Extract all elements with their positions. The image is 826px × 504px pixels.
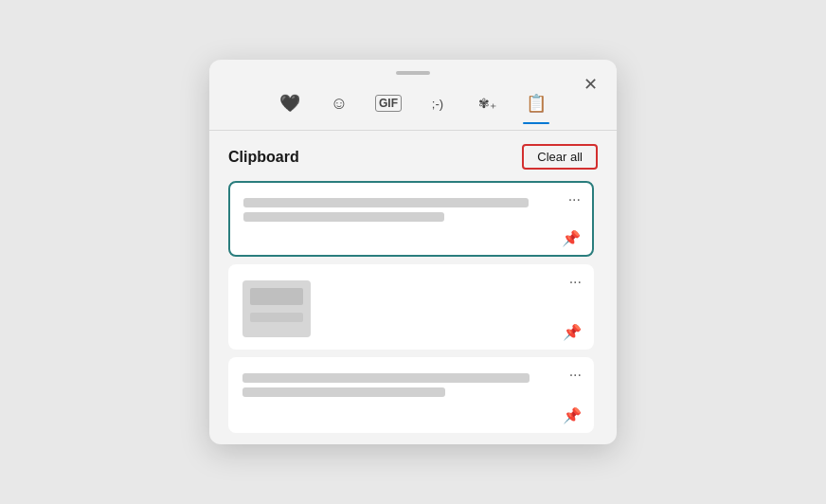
smiley-icon: ☺ <box>331 94 348 114</box>
item-pin-button[interactable]: 📌 <box>562 229 581 247</box>
clipboard-list: ··· 📌 ··· 📌 ··· <box>228 181 598 433</box>
tab-kaomoji[interactable]: ;-) <box>417 86 458 124</box>
section-title: Clipboard <box>228 149 299 166</box>
item-more-button[interactable]: ··· <box>568 192 581 207</box>
item-more-button[interactable]: ··· <box>569 275 582 290</box>
close-button[interactable]: ✕ <box>577 71 603 98</box>
gif-icon: GIF <box>375 95 402 112</box>
tab-bar: 🖤 ☺ GIF ;-) ✾₊ 📋 <box>209 81 617 124</box>
item-image-content <box>242 277 580 337</box>
clipboard-item[interactable]: ··· 📌 <box>228 264 594 350</box>
drag-handle[interactable] <box>209 60 617 81</box>
item-text-content <box>242 369 580 397</box>
section-header: Clipboard Clear all <box>228 144 598 170</box>
item-pin-button[interactable]: 📌 <box>563 406 582 424</box>
tab-gif[interactable]: GIF <box>368 86 409 124</box>
text-line <box>243 198 529 207</box>
text-line <box>242 373 530 383</box>
clear-all-button[interactable]: Clear all <box>522 144 598 170</box>
image-thumbnail <box>242 280 311 337</box>
tab-special-chars[interactable]: ✾₊ <box>466 86 508 124</box>
tab-clipboard[interactable]: 📋 <box>515 86 557 124</box>
item-pin-button[interactable]: 📌 <box>563 323 582 341</box>
emoji-panel: ✕ 🖤 ☺ GIF ;-) ✾₊ 📋 Clipboard Clear all <box>209 60 617 444</box>
special-chars-icon: ✾₊ <box>478 96 496 111</box>
clipboard-item[interactable]: ··· 📌 <box>228 181 594 257</box>
clipboard-item[interactable]: ··· 📌 <box>228 357 594 433</box>
item-more-button[interactable]: ··· <box>569 368 582 383</box>
drag-bar <box>396 71 430 75</box>
content-area: Clipboard Clear all ··· 📌 ··· 📌 <box>209 131 617 433</box>
emoji-icon: 🖤 <box>279 93 300 114</box>
item-text-content <box>243 194 579 222</box>
kaomoji-icon: ;-) <box>432 97 443 111</box>
clipboard-icon: 📋 <box>526 93 547 114</box>
text-line <box>243 212 444 222</box>
tab-emoji[interactable]: 🖤 <box>269 86 311 124</box>
tab-smiley[interactable]: ☺ <box>318 86 360 124</box>
text-line <box>242 387 445 397</box>
